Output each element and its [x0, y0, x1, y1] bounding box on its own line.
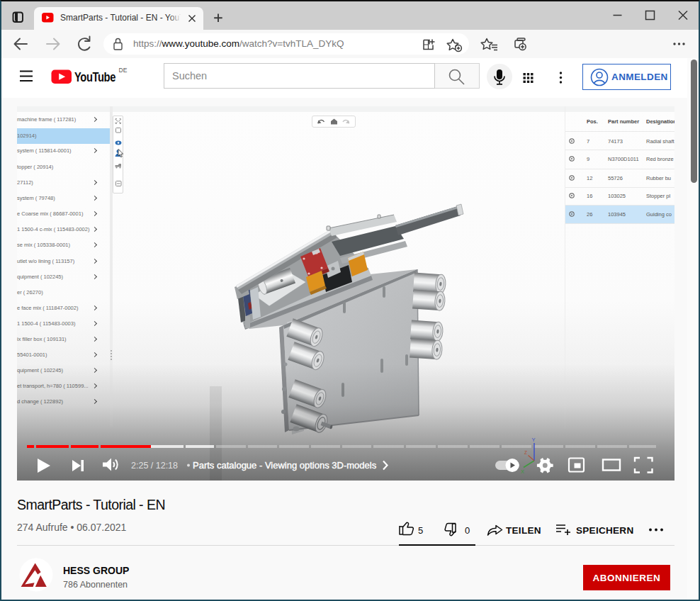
svg-text:0: 0 — [465, 525, 470, 536]
svg-text:Rubber bu: Rubber bu — [646, 175, 671, 181]
svg-text:Red bronze: Red bronze — [646, 156, 674, 162]
svg-text:16: 16 — [587, 193, 592, 199]
svg-text:Parts catalogue - Viewing opti: Parts catalogue - Viewing options 3D-mod… — [193, 460, 377, 471]
svg-text:TEILEN: TEILEN — [506, 525, 541, 536]
svg-text:Guiding co: Guiding co — [646, 211, 672, 218]
svg-text:7: 7 — [587, 138, 589, 145]
svg-text:Pos.: Pos. — [587, 118, 598, 125]
svg-text:26: 26 — [587, 211, 592, 218]
svg-text:74173: 74173 — [608, 138, 623, 145]
svg-text:X: X — [521, 468, 524, 475]
svg-text:DE: DE — [119, 67, 128, 74]
svg-text:9: 9 — [587, 156, 589, 162]
svg-text:2:25 / 12:18: 2:25 / 12:18 — [131, 461, 178, 471]
svg-text:Y: Y — [532, 437, 536, 443]
svg-text:103945: 103945 — [608, 211, 626, 218]
svg-text:Radial shaft: Radial shaft — [646, 138, 674, 145]
svg-text:12: 12 — [587, 175, 592, 181]
svg-text:N3700D1011: N3700D1011 — [608, 156, 639, 162]
svg-text:5: 5 — [418, 525, 423, 536]
svg-text:Part number: Part number — [608, 118, 639, 125]
svg-text:103025: 103025 — [608, 193, 626, 199]
svg-text:Z: Z — [524, 450, 527, 455]
svg-text:Stopper pl: Stopper pl — [646, 193, 671, 199]
svg-text:55726: 55726 — [608, 175, 623, 181]
svg-text:YouTube: YouTube — [74, 69, 115, 84]
svg-text:Designation: Designation — [646, 118, 674, 125]
svg-text:SPEICHERN: SPEICHERN — [576, 525, 633, 536]
